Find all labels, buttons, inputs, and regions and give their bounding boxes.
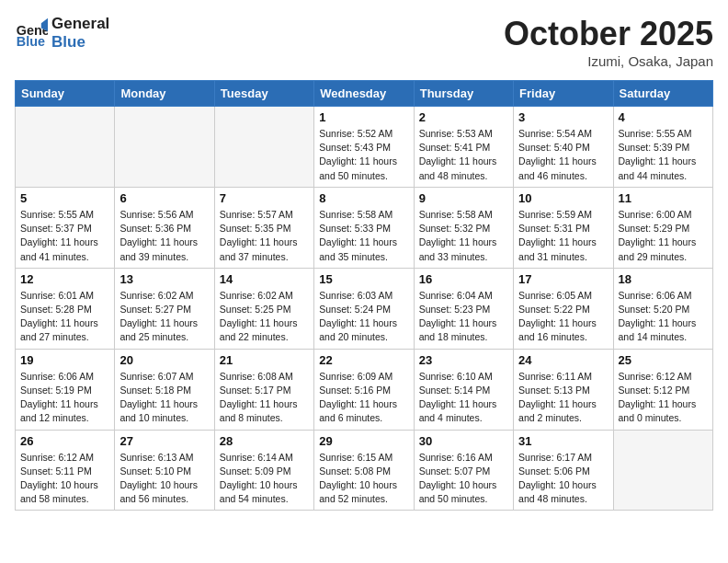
- logo-general: General: [51, 15, 109, 33]
- day-number: 1: [319, 110, 408, 124]
- svg-text:Blue: Blue: [17, 34, 45, 49]
- day-number: 30: [419, 434, 508, 448]
- weekday-header-friday: Friday: [514, 81, 613, 107]
- location: Izumi, Osaka, Japan: [504, 53, 713, 69]
- day-number: 15: [319, 272, 408, 286]
- day-number: 26: [20, 434, 109, 448]
- day-info: Sunrise: 6:05 AM Sunset: 5:22 PM Dayligh…: [518, 289, 608, 345]
- day-info: Sunrise: 6:03 AM Sunset: 5:24 PM Dayligh…: [319, 289, 408, 345]
- day-info: Sunrise: 5:53 AM Sunset: 5:41 PM Dayligh…: [419, 127, 508, 183]
- day-info: Sunrise: 6:06 AM Sunset: 5:20 PM Dayligh…: [619, 289, 708, 345]
- logo-icon: General Blue: [15, 17, 48, 50]
- calendar-cell: 3Sunrise: 5:54 AM Sunset: 5:40 PM Daylig…: [514, 107, 613, 188]
- day-info: Sunrise: 6:02 AM Sunset: 5:27 PM Dayligh…: [119, 289, 209, 345]
- day-info: Sunrise: 6:09 AM Sunset: 5:16 PM Dayligh…: [319, 370, 408, 426]
- day-info: Sunrise: 6:00 AM Sunset: 5:29 PM Dayligh…: [619, 208, 708, 264]
- weekday-header-thursday: Thursday: [414, 81, 513, 107]
- weekday-header-row: SundayMondayTuesdayWednesdayThursdayFrid…: [16, 81, 713, 107]
- calendar-cell: 20Sunrise: 6:07 AM Sunset: 5:18 PM Dayli…: [115, 349, 214, 430]
- calendar-cell: [115, 107, 214, 188]
- calendar-cell: 5Sunrise: 5:55 AM Sunset: 5:37 PM Daylig…: [16, 187, 115, 268]
- day-info: Sunrise: 6:04 AM Sunset: 5:23 PM Dayligh…: [419, 289, 508, 345]
- calendar-cell: 6Sunrise: 5:56 AM Sunset: 5:36 PM Daylig…: [115, 187, 214, 268]
- day-info: Sunrise: 5:54 AM Sunset: 5:40 PM Dayligh…: [518, 127, 608, 183]
- day-info: Sunrise: 6:02 AM Sunset: 5:25 PM Dayligh…: [220, 289, 309, 345]
- day-number: 28: [220, 434, 309, 448]
- calendar-cell: [16, 107, 115, 188]
- day-number: 24: [518, 353, 608, 367]
- day-info: Sunrise: 6:12 AM Sunset: 5:12 PM Dayligh…: [619, 370, 708, 426]
- day-number: 3: [518, 110, 608, 124]
- day-info: Sunrise: 5:55 AM Sunset: 5:37 PM Dayligh…: [20, 208, 109, 264]
- day-info: Sunrise: 5:58 AM Sunset: 5:32 PM Dayligh…: [419, 208, 508, 264]
- calendar-cell: 17Sunrise: 6:05 AM Sunset: 5:22 PM Dayli…: [514, 268, 613, 349]
- day-info: Sunrise: 6:17 AM Sunset: 5:06 PM Dayligh…: [518, 451, 608, 507]
- day-number: 14: [220, 272, 309, 286]
- day-number: 2: [419, 110, 508, 124]
- day-info: Sunrise: 5:59 AM Sunset: 5:31 PM Dayligh…: [518, 208, 608, 264]
- calendar-cell: 2Sunrise: 5:53 AM Sunset: 5:41 PM Daylig…: [414, 107, 513, 188]
- calendar-cell: [214, 107, 313, 188]
- calendar-cell: 25Sunrise: 6:12 AM Sunset: 5:12 PM Dayli…: [613, 349, 712, 430]
- day-info: Sunrise: 6:01 AM Sunset: 5:28 PM Dayligh…: [20, 289, 109, 345]
- day-info: Sunrise: 6:08 AM Sunset: 5:17 PM Dayligh…: [220, 370, 309, 426]
- day-number: 9: [419, 191, 508, 205]
- calendar-cell: 13Sunrise: 6:02 AM Sunset: 5:27 PM Dayli…: [115, 268, 214, 349]
- calendar-cell: 4Sunrise: 5:55 AM Sunset: 5:39 PM Daylig…: [613, 107, 712, 188]
- day-number: 25: [619, 353, 708, 367]
- day-number: 6: [119, 191, 209, 205]
- month-title: October 2025: [504, 15, 713, 53]
- calendar-cell: 29Sunrise: 6:15 AM Sunset: 5:08 PM Dayli…: [314, 430, 414, 511]
- day-info: Sunrise: 5:58 AM Sunset: 5:33 PM Dayligh…: [319, 208, 408, 264]
- day-info: Sunrise: 6:14 AM Sunset: 5:09 PM Dayligh…: [220, 451, 309, 507]
- calendar-cell: 8Sunrise: 5:58 AM Sunset: 5:33 PM Daylig…: [314, 187, 414, 268]
- calendar-cell: 10Sunrise: 5:59 AM Sunset: 5:31 PM Dayli…: [514, 187, 613, 268]
- calendar-cell: 18Sunrise: 6:06 AM Sunset: 5:20 PM Dayli…: [613, 268, 712, 349]
- calendar-cell: 28Sunrise: 6:14 AM Sunset: 5:09 PM Dayli…: [214, 430, 313, 511]
- calendar-cell: 12Sunrise: 6:01 AM Sunset: 5:28 PM Dayli…: [16, 268, 115, 349]
- day-number: 16: [419, 272, 508, 286]
- week-row-1: 5Sunrise: 5:55 AM Sunset: 5:37 PM Daylig…: [16, 187, 713, 268]
- page-header: General Blue General Blue October 2025 I…: [15, 15, 713, 69]
- calendar-cell: 14Sunrise: 6:02 AM Sunset: 5:25 PM Dayli…: [214, 268, 313, 349]
- title-block: October 2025 Izumi, Osaka, Japan: [504, 15, 713, 69]
- week-row-2: 12Sunrise: 6:01 AM Sunset: 5:28 PM Dayli…: [16, 268, 713, 349]
- day-number: 27: [119, 434, 209, 448]
- calendar: SundayMondayTuesdayWednesdayThursdayFrid…: [15, 80, 713, 511]
- day-number: 8: [319, 191, 408, 205]
- day-number: 17: [518, 272, 608, 286]
- calendar-cell: 16Sunrise: 6:04 AM Sunset: 5:23 PM Dayli…: [414, 268, 513, 349]
- day-info: Sunrise: 5:52 AM Sunset: 5:43 PM Dayligh…: [319, 127, 408, 183]
- day-number: 12: [20, 272, 109, 286]
- day-info: Sunrise: 6:11 AM Sunset: 5:13 PM Dayligh…: [518, 370, 608, 426]
- calendar-cell: 9Sunrise: 5:58 AM Sunset: 5:32 PM Daylig…: [414, 187, 513, 268]
- calendar-cell: 7Sunrise: 5:57 AM Sunset: 5:35 PM Daylig…: [214, 187, 313, 268]
- weekday-header-monday: Monday: [115, 81, 214, 107]
- logo-blue: Blue: [51, 33, 109, 52]
- calendar-cell: 21Sunrise: 6:08 AM Sunset: 5:17 PM Dayli…: [214, 349, 313, 430]
- calendar-cell: [613, 430, 712, 511]
- weekday-header-wednesday: Wednesday: [314, 81, 414, 107]
- day-info: Sunrise: 6:15 AM Sunset: 5:08 PM Dayligh…: [319, 451, 408, 507]
- day-number: 19: [20, 353, 109, 367]
- week-row-4: 26Sunrise: 6:12 AM Sunset: 5:11 PM Dayli…: [16, 430, 713, 511]
- day-info: Sunrise: 6:10 AM Sunset: 5:14 PM Dayligh…: [419, 370, 508, 426]
- calendar-cell: 1Sunrise: 5:52 AM Sunset: 5:43 PM Daylig…: [314, 107, 414, 188]
- calendar-cell: 31Sunrise: 6:17 AM Sunset: 5:06 PM Dayli…: [514, 430, 613, 511]
- calendar-cell: 26Sunrise: 6:12 AM Sunset: 5:11 PM Dayli…: [16, 430, 115, 511]
- day-number: 20: [119, 353, 209, 367]
- calendar-cell: 22Sunrise: 6:09 AM Sunset: 5:16 PM Dayli…: [314, 349, 414, 430]
- week-row-0: 1Sunrise: 5:52 AM Sunset: 5:43 PM Daylig…: [16, 107, 713, 188]
- day-number: 10: [518, 191, 608, 205]
- day-info: Sunrise: 5:57 AM Sunset: 5:35 PM Dayligh…: [220, 208, 309, 264]
- day-number: 7: [220, 191, 309, 205]
- day-info: Sunrise: 6:12 AM Sunset: 5:11 PM Dayligh…: [20, 451, 109, 507]
- weekday-header-sunday: Sunday: [16, 81, 115, 107]
- calendar-cell: 27Sunrise: 6:13 AM Sunset: 5:10 PM Dayli…: [115, 430, 214, 511]
- day-number: 11: [619, 191, 708, 205]
- day-info: Sunrise: 5:55 AM Sunset: 5:39 PM Dayligh…: [619, 127, 708, 183]
- calendar-cell: 24Sunrise: 6:11 AM Sunset: 5:13 PM Dayli…: [514, 349, 613, 430]
- day-info: Sunrise: 6:06 AM Sunset: 5:19 PM Dayligh…: [20, 370, 109, 426]
- day-number: 31: [518, 434, 608, 448]
- day-number: 4: [619, 110, 708, 124]
